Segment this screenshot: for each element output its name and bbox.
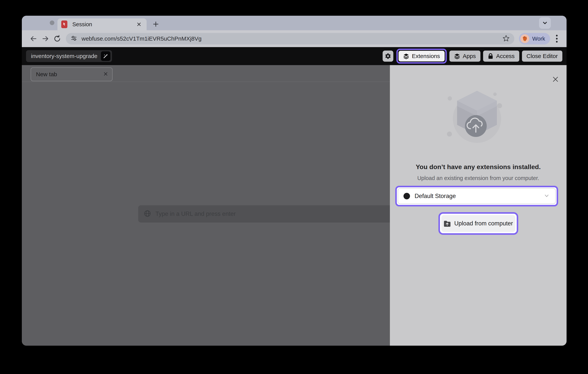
close-editor-button[interactable]: Close Editor bbox=[522, 51, 562, 62]
layers-icon bbox=[454, 53, 460, 59]
globe-icon bbox=[144, 210, 151, 218]
session-tab-close-icon[interactable] bbox=[103, 71, 108, 77]
browser-tab[interactable]: Session bbox=[57, 18, 147, 30]
screen-background: Session bbox=[0, 0, 588, 374]
upload-button-label: Upload from computer bbox=[454, 220, 513, 227]
layers-icon bbox=[403, 53, 409, 59]
package-upload-illustration bbox=[447, 86, 510, 146]
tab-search-chevron-icon[interactable] bbox=[539, 17, 551, 29]
session-tab-row: New tab bbox=[22, 65, 390, 82]
extensions-spotlight-ring: Extensions bbox=[396, 49, 447, 64]
browser-navigation-bar: webfuse.com/s52cV1Tm1iEVR5uChPnMXj8Vg Wo… bbox=[22, 30, 567, 47]
session-name: inventory-system-upgrade bbox=[31, 53, 97, 59]
browser-menu-kebab-icon[interactable] bbox=[552, 33, 562, 45]
address-bar[interactable]: webfuse.com/s52cV1Tm1iEVR5uChPnMXj8Vg bbox=[66, 33, 514, 44]
extensions-button[interactable]: Extensions bbox=[399, 51, 445, 62]
profile-name: Work bbox=[532, 36, 545, 42]
window-close-button[interactable] bbox=[50, 21, 54, 25]
site-settings-tune-icon[interactable] bbox=[70, 35, 77, 43]
session-url-input[interactable] bbox=[155, 211, 390, 217]
settings-gear-icon[interactable] bbox=[383, 51, 393, 62]
folder-upload-icon bbox=[443, 220, 451, 227]
access-button-label: Access bbox=[496, 53, 515, 59]
panel-subheading: Upload an existing extension from your c… bbox=[390, 175, 567, 181]
upload-button-spotlight-ring: Upload from computer bbox=[438, 212, 518, 235]
tab-title: Session bbox=[72, 21, 135, 28]
storage-select-spotlight-ring: Default Storage bbox=[395, 186, 558, 206]
extensions-panel: You don’t have any extensions installed.… bbox=[390, 65, 567, 346]
reload-icon[interactable] bbox=[51, 33, 63, 45]
close-editor-label: Close Editor bbox=[526, 53, 558, 59]
lock-icon bbox=[488, 53, 494, 59]
session-tab-label: New tab bbox=[36, 71, 103, 77]
storage-dot-icon bbox=[403, 193, 410, 199]
chevron-down-icon bbox=[543, 192, 550, 200]
apps-button-label: Apps bbox=[463, 53, 476, 59]
apps-button[interactable]: Apps bbox=[449, 51, 480, 62]
storage-selected-value: Default Storage bbox=[415, 193, 543, 200]
access-button[interactable]: Access bbox=[483, 51, 519, 62]
editor-toolbar: inventory-system-upgrade bbox=[22, 47, 567, 65]
url-text: webfuse.com/s52cV1Tm1iEVR5uChPnMXj8Vg bbox=[82, 35, 503, 42]
tab-close-icon[interactable] bbox=[135, 21, 143, 28]
panel-close-icon[interactable] bbox=[551, 75, 560, 84]
extensions-button-label: Extensions bbox=[412, 53, 440, 59]
magic-wand-icon[interactable] bbox=[101, 51, 110, 61]
session-url-input-wrap bbox=[138, 205, 390, 223]
new-tab-plus-icon[interactable] bbox=[150, 19, 161, 30]
profile-chip[interactable]: Work bbox=[519, 33, 550, 44]
content-area: New tab bbox=[22, 65, 567, 346]
upload-from-computer-button[interactable]: Upload from computer bbox=[441, 215, 515, 232]
panel-heading: You don’t have any extensions installed. bbox=[390, 163, 567, 171]
session-favicon-icon bbox=[61, 21, 67, 28]
tab-strip: Session bbox=[22, 16, 567, 30]
bookmark-star-icon[interactable] bbox=[503, 35, 510, 43]
session-name-pill[interactable]: inventory-system-upgrade bbox=[26, 50, 112, 62]
browser-window: Session bbox=[22, 16, 567, 346]
back-icon[interactable] bbox=[28, 33, 39, 45]
forward-icon[interactable] bbox=[39, 33, 51, 45]
profile-avatar bbox=[520, 34, 529, 43]
storage-select[interactable]: Default Storage bbox=[398, 188, 556, 204]
session-tab-newtab[interactable]: New tab bbox=[31, 67, 113, 81]
session-page: New tab bbox=[22, 65, 390, 346]
